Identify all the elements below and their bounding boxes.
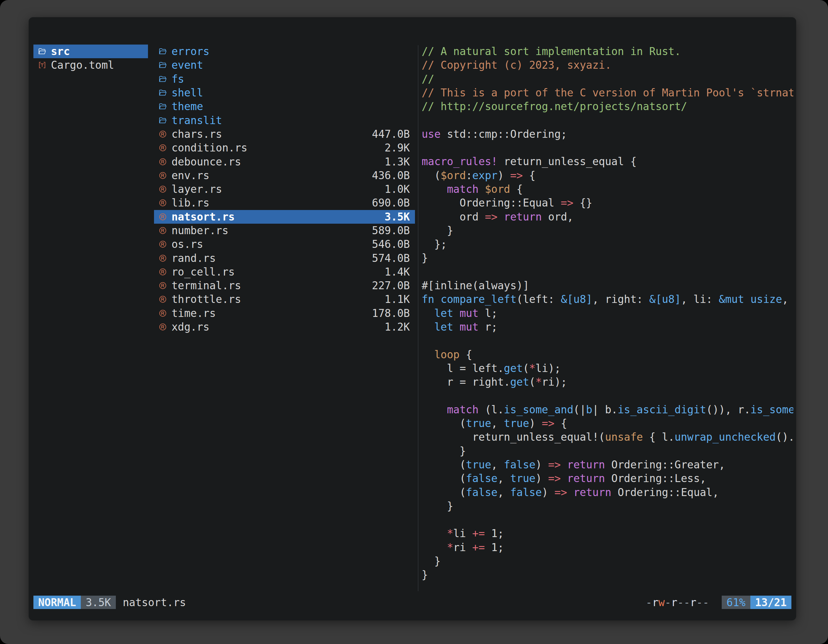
code-line: *ri += 1; (422, 541, 794, 554)
file-name: number.rs (171, 224, 229, 237)
code-line: } (422, 554, 794, 568)
file-row[interactable]: chars.rs447.0B (154, 127, 415, 141)
rust-icon (158, 226, 168, 235)
code-line (422, 389, 794, 403)
current-pane: errorseventfsshellthemetranslitchars.rs4… (154, 45, 415, 334)
code-line: } (422, 251, 794, 265)
status-left: NORMAL 3.5K natsort.rs (33, 595, 186, 609)
file-size: 178.0B (365, 307, 410, 320)
file-row[interactable]: lib.rs690.0B (154, 196, 415, 210)
file-row[interactable]: src (33, 45, 148, 58)
code-line: return_unless_equal!(unsafe { l.unwrap_u… (422, 430, 794, 444)
code-line: (true, false) => return Ordering::Greate… (422, 458, 794, 472)
file-size: 690.0B (365, 197, 410, 209)
file-size: 1.4K (378, 266, 410, 278)
rust-icon (158, 240, 168, 249)
file-row[interactable]: natsort.rs3.5K (154, 210, 415, 224)
folder-icon (37, 47, 47, 56)
rust-icon (158, 322, 168, 332)
desktop-background: srcCargo.toml errorseventfsshellthemetra… (0, 0, 828, 644)
file-row[interactable]: os.rs546.0B (154, 237, 415, 251)
file-row[interactable]: shell (154, 86, 415, 100)
file-row[interactable]: ro_cell.rs1.4K (154, 265, 415, 279)
code-line: fn compare_left(left: &[u8], right: &[u8… (422, 292, 794, 306)
status-right: -rw-r--r-- 61% 13/21 (646, 595, 791, 609)
rust-icon (158, 198, 168, 208)
file-row[interactable]: layer.rs1.0K (154, 182, 415, 196)
code-line: // A natural sort implementation in Rust… (422, 45, 794, 58)
file-name: ro_cell.rs (171, 266, 235, 278)
code-line: (false, false) => return Ordering::Equal… (422, 486, 794, 499)
file-row[interactable]: throttle.rs1.1K (154, 292, 415, 306)
code-line: macro_rules! return_unless_equal { (422, 155, 794, 168)
file-row[interactable]: condition.rs2.9K (154, 141, 415, 155)
file-size: 447.0B (365, 128, 410, 140)
file-size: 1.0K (378, 183, 410, 195)
file-row[interactable]: Cargo.toml (33, 58, 148, 72)
file-name: errors (171, 45, 209, 58)
file-row[interactable]: env.rs436.0B (154, 169, 415, 182)
code-line: let mut l; (422, 306, 794, 320)
rust-icon (158, 143, 168, 153)
code-line: let mut r; (422, 320, 794, 334)
rust-icon (158, 253, 168, 263)
file-row[interactable]: terminal.rs227.0B (154, 279, 415, 292)
toml-icon (37, 60, 47, 70)
rust-icon (158, 185, 168, 194)
code-line (422, 334, 794, 348)
code-line: l = left.get(*li); (422, 362, 794, 375)
code-line (422, 265, 794, 279)
file-row[interactable]: debounce.rs1.3K (154, 155, 415, 168)
scroll-percent: 61% (722, 595, 750, 609)
code-line: match (l.is_some_and(|b| b.is_ascii_digi… (422, 403, 794, 417)
file-row[interactable]: time.rs178.0B (154, 306, 415, 320)
file-row[interactable]: fs (154, 72, 415, 86)
file-size: 1.3K (378, 155, 410, 168)
mode-indicator: NORMAL (33, 595, 81, 609)
file-row[interactable]: xdg.rs1.2K (154, 320, 415, 334)
file-row[interactable]: translit (154, 113, 415, 127)
status-bar: NORMAL 3.5K natsort.rs -rw-r--r-- 61% 13… (33, 595, 791, 609)
file-row[interactable]: theme (154, 100, 415, 113)
code-line: use std::cmp::Ordering; (422, 127, 794, 141)
file-row[interactable]: errors (154, 45, 415, 58)
folder-icon (158, 88, 168, 98)
file-size: 1.1K (378, 293, 410, 306)
rust-icon (158, 295, 168, 304)
file-row[interactable]: number.rs589.0B (154, 224, 415, 237)
rust-icon (158, 212, 168, 221)
file-size: 3.5K (378, 211, 410, 223)
code-line: (false, true) => return Ordering::Less, (422, 472, 794, 485)
preview-pane: // A natural sort implementation in Rust… (422, 45, 794, 594)
code-line (422, 513, 794, 526)
code-line: // Copyright (c) 2023, sxyazi. (422, 58, 794, 72)
file-name: condition.rs (171, 142, 247, 154)
code-line: ord => return ord, (422, 210, 794, 224)
file-name: layer.rs (171, 183, 222, 195)
folder-icon (158, 116, 168, 125)
file-name: lib.rs (171, 197, 209, 209)
code-line: loop { (422, 348, 794, 362)
file-row[interactable]: rand.rs574.0B (154, 251, 415, 265)
file-name: theme (171, 100, 203, 113)
file-size-badge: 3.5K (81, 595, 116, 609)
file-size: 2.9K (378, 142, 410, 154)
file-name: shell (171, 86, 203, 99)
code-line: #[inline(always)] (422, 279, 794, 292)
code-line: } (422, 499, 794, 513)
code-line: ($ord:expr) => { (422, 169, 794, 182)
file-name: rand.rs (171, 252, 216, 265)
status-filename: natsort.rs (123, 596, 186, 609)
file-row[interactable]: event (154, 58, 415, 72)
file-name: src (51, 45, 70, 58)
file-size: 546.0B (365, 238, 410, 251)
code-line: // (422, 72, 794, 86)
code-line: } (422, 568, 794, 581)
file-name: throttle.rs (171, 293, 241, 306)
file-size: 1.2K (378, 321, 410, 333)
code-line: } (422, 224, 794, 237)
file-size: 227.0B (365, 279, 410, 292)
rust-icon (158, 129, 168, 139)
code-line (422, 113, 794, 127)
rust-icon (158, 267, 168, 276)
